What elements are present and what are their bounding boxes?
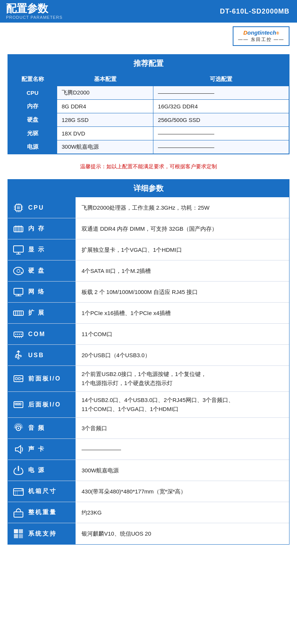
rec-cell-optional: —————————— bbox=[153, 86, 289, 100]
detail-row-memory: 内 存双通道 DDR4 内存 DIMM，可支持 32GB（国产内存） bbox=[8, 218, 289, 239]
detail-row-front-io: 前面板I/O2个前置USB2.0接口，1个电源按键，1个复位键， 1个电源指示灯… bbox=[8, 366, 289, 392]
detail-label-text-power: 电 源 bbox=[28, 466, 45, 474]
detail-label-text-hdd: 硬 盘 bbox=[28, 267, 45, 275]
detail-label-display: 显 示 bbox=[8, 239, 76, 260]
svg-rect-63 bbox=[20, 403, 21, 405]
detail-label-rear-io: 后面板I/O bbox=[8, 392, 76, 417]
sound-icon bbox=[12, 443, 25, 456]
col-optional: 可选配置 bbox=[153, 73, 289, 86]
detail-label-text-network: 网 络 bbox=[28, 288, 45, 296]
detail-label-text-expand: 扩 展 bbox=[28, 309, 45, 317]
rec-cell-basic: 18X DVD bbox=[57, 127, 153, 140]
rec-row: 内存 8G DDR4 16G/32G DDR4 bbox=[8, 100, 289, 113]
detail-label-text-cpu: CPU bbox=[28, 204, 44, 211]
svg-point-44 bbox=[21, 333, 22, 335]
rec-cell-optional: 16G/32G DDR4 bbox=[153, 100, 289, 113]
rec-cell-name: 硬盘 bbox=[8, 113, 57, 127]
display-icon bbox=[12, 243, 25, 257]
detail-section: 详细参数 CPU飞腾D2000处理器，工作主频 2.3GHz，功耗：25W内 存… bbox=[8, 179, 289, 545]
svg-rect-73 bbox=[14, 512, 23, 517]
svg-point-59 bbox=[21, 378, 23, 379]
detail-value-audio: 3个音频口 bbox=[76, 418, 289, 438]
front-io-icon bbox=[12, 372, 25, 385]
svg-rect-25 bbox=[14, 246, 23, 252]
svg-point-43 bbox=[19, 333, 20, 335]
rec-row: 硬盘 128G SSD 256G/500G SSD bbox=[8, 113, 289, 127]
brand-tagline: —— 东田工控 —— bbox=[238, 37, 284, 43]
detail-label-text-com: COM bbox=[28, 331, 45, 338]
detail-label-usb: USB bbox=[8, 345, 76, 365]
svg-point-66 bbox=[18, 428, 19, 429]
detail-label-text-audio: 音 频 bbox=[28, 424, 45, 432]
os-icon bbox=[12, 527, 25, 540]
rec-row: 光驱 18X DVD —————————— bbox=[8, 127, 289, 140]
chassis-icon bbox=[12, 485, 25, 498]
svg-rect-79 bbox=[19, 534, 23, 538]
detail-row-chassis: 机箱尺寸430(带耳朵480)*480*177mm（宽*深*高） bbox=[8, 481, 289, 502]
detail-label-weight: 整机重量 bbox=[8, 502, 76, 523]
svg-rect-58 bbox=[18, 378, 20, 380]
svg-point-30 bbox=[21, 272, 22, 273]
detail-label-text-os: 系统支持 bbox=[28, 530, 57, 538]
header: 配置参数 PRODUCT PARAMETERS DT-610L-SD2000MB bbox=[0, 0, 297, 23]
detail-label-audio: 音 频 bbox=[8, 418, 76, 438]
rec-cell-name: 光驱 bbox=[8, 127, 57, 140]
usb-icon bbox=[12, 349, 25, 362]
detail-row-sound: 声 卡——————— bbox=[8, 439, 289, 460]
svg-rect-35 bbox=[14, 311, 23, 315]
svg-point-70 bbox=[22, 489, 23, 490]
detail-label-text-display: 显 示 bbox=[28, 246, 45, 254]
detail-value-usb: 20个USB口（4个USB3.0） bbox=[76, 345, 289, 365]
rec-row: CPU 飞腾D2000 —————————— bbox=[8, 86, 289, 100]
svg-point-29 bbox=[17, 269, 20, 273]
detail-value-display: 扩展独立显卡，1个VGA口、1个HDMI口 bbox=[76, 239, 289, 260]
detail-label-os: 系统支持 bbox=[8, 523, 76, 544]
detail-value-sound: ——————— bbox=[76, 439, 289, 460]
svg-point-55 bbox=[18, 358, 19, 359]
detail-label-text-front-io: 前面板I/O bbox=[28, 375, 61, 383]
detail-label-text-memory: 内 存 bbox=[28, 225, 45, 233]
cpu-icon bbox=[12, 201, 25, 215]
rec-cell-basic: 飞腾D2000 bbox=[57, 86, 153, 100]
detail-label-expand: 扩 展 bbox=[8, 303, 76, 323]
detail-label-network: 网 络 bbox=[8, 282, 76, 302]
detail-row-power: 电 源300W航嘉电源 bbox=[8, 460, 289, 481]
detail-label-chassis: 机箱尺寸 bbox=[8, 481, 76, 502]
detail-value-rear-io: 14个USB2.0口、4个USB3.0口、2个RJ45网口、3个音频口、 11个… bbox=[76, 392, 289, 417]
memory-icon bbox=[12, 222, 25, 236]
svg-rect-57 bbox=[15, 378, 17, 380]
detail-value-os: 银河麒麟V10、统信UOS 20 bbox=[76, 523, 289, 544]
detail-label-text-chassis: 机箱尺寸 bbox=[28, 487, 57, 495]
detail-row-weight: 整机重量约23KG bbox=[8, 502, 289, 523]
svg-point-41 bbox=[15, 333, 17, 335]
rec-cell-basic: 300W航嘉电源 bbox=[57, 140, 153, 154]
network-icon bbox=[12, 285, 25, 299]
detail-label-hdd: 硬 盘 bbox=[8, 260, 76, 281]
rec-cell-name: CPU bbox=[8, 86, 57, 100]
hdd-icon bbox=[12, 264, 25, 278]
svg-point-28 bbox=[14, 267, 23, 275]
svg-rect-31 bbox=[14, 288, 23, 294]
svg-point-54 bbox=[20, 355, 21, 357]
detail-value-front-io: 2个前置USB2.0接口，1个电源按键，1个复位键， 1个电源指示灯，1个硬盘状… bbox=[76, 366, 289, 391]
svg-rect-78 bbox=[14, 534, 18, 538]
audio-icon bbox=[12, 422, 25, 435]
detail-label-front-io: 前面板I/O bbox=[8, 366, 76, 391]
detail-value-expand: 1个PCIe x16插槽、1个PCIe x4插槽 bbox=[76, 303, 289, 323]
expand-icon bbox=[12, 306, 25, 320]
detail-label-power: 电 源 bbox=[8, 460, 76, 481]
svg-rect-62 bbox=[17, 403, 19, 405]
detail-row-hdd: 硬 盘4个SATA III口，1个M.2插槽 bbox=[8, 260, 289, 282]
detail-row-com: COM11个COM口 bbox=[8, 324, 289, 345]
rear-io-icon bbox=[12, 398, 25, 411]
detail-label-text-rear-io: 后面板I/O bbox=[28, 401, 61, 409]
weight-icon bbox=[12, 506, 25, 519]
detail-title: 详细参数 bbox=[8, 180, 289, 197]
header-title-box: 配置参数 PRODUCT PARAMETERS bbox=[0, 0, 90, 23]
detail-label-com: COM bbox=[8, 324, 76, 344]
detail-row-network: 网 络板载 2 个 10M/100M/1000M 自适应 RJ45 接口 bbox=[8, 282, 289, 303]
page-title: 配置参数 bbox=[6, 3, 84, 15]
rec-cell-optional: —————————— bbox=[153, 127, 289, 140]
detail-row-os: 系统支持银河麒麟V10、统信UOS 20 bbox=[8, 523, 289, 544]
model-number: DT-610L-SD2000MB bbox=[90, 0, 297, 23]
